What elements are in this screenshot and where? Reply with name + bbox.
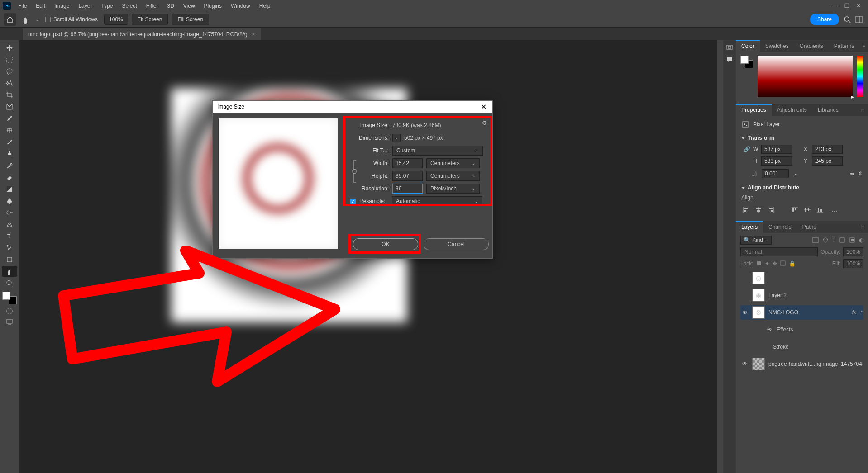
- align-top-icon[interactable]: [791, 206, 798, 216]
- layer-filter-kind-dropdown[interactable]: 🔍Kind⌄: [740, 236, 772, 245]
- x-input[interactable]: 213 px: [812, 145, 843, 154]
- menu-filter[interactable]: Filter: [142, 0, 163, 11]
- maximize-icon[interactable]: ❐: [844, 3, 850, 9]
- tab-layers[interactable]: Layers: [736, 221, 763, 233]
- filter-shape-icon[interactable]: [839, 237, 845, 243]
- move-tool[interactable]: [2, 43, 17, 53]
- align-hcenter-icon[interactable]: [755, 206, 762, 216]
- scroll-all-checkbox[interactable]: [45, 17, 51, 22]
- fill-input[interactable]: 100%: [843, 259, 863, 268]
- layer-name[interactable]: NMC-LOGO: [768, 309, 849, 316]
- height-input[interactable]: 35.07: [392, 171, 423, 181]
- align-more-icon[interactable]: ⋯: [829, 206, 841, 216]
- search-icon[interactable]: [844, 16, 851, 23]
- tab-paths[interactable]: Paths: [797, 221, 822, 233]
- gradient-tool[interactable]: [2, 184, 17, 194]
- healing-tool[interactable]: [2, 125, 17, 136]
- eraser-tool[interactable]: [2, 172, 17, 183]
- dialog-close-icon[interactable]: ✕: [479, 102, 488, 111]
- hue-slider[interactable]: [857, 56, 863, 97]
- lock-move-icon[interactable]: ✥: [773, 260, 777, 267]
- menu-select[interactable]: Select: [117, 0, 141, 11]
- tab-patterns[interactable]: Patterns: [829, 40, 860, 52]
- color-panel-menu-icon[interactable]: ≡: [859, 40, 868, 52]
- filter-toggle-icon[interactable]: ◐: [859, 237, 863, 243]
- w-input[interactable]: 587 px: [761, 145, 792, 154]
- pen-tool[interactable]: [2, 219, 17, 230]
- caret-down-icon[interactable]: [741, 137, 745, 139]
- menu-help[interactable]: Help: [255, 0, 275, 11]
- home-button[interactable]: [4, 13, 16, 26]
- resolution-input[interactable]: 36: [392, 184, 423, 194]
- dimensions-unit-dropdown[interactable]: ⌄: [392, 134, 401, 142]
- dialog-titlebar[interactable]: Image Size ✕: [213, 101, 492, 113]
- align-left-icon[interactable]: [742, 206, 749, 216]
- lasso-tool[interactable]: [2, 66, 17, 77]
- minimize-icon[interactable]: —: [832, 3, 838, 9]
- properties-panel-menu-icon[interactable]: ≡: [857, 104, 868, 116]
- color-fgbg-swatch[interactable]: [740, 56, 753, 68]
- marquee-tool[interactable]: [2, 54, 17, 65]
- menu-edit[interactable]: Edit: [31, 0, 50, 11]
- menu-file[interactable]: File: [14, 0, 31, 11]
- document-tab[interactable]: nmc logo .psd @ 66.7% (pngtree-handwritt…: [23, 28, 261, 40]
- shape-tool[interactable]: [2, 254, 17, 265]
- link-wh-icon[interactable]: 🔗: [743, 146, 750, 153]
- lock-all-icon[interactable]: 🔒: [789, 260, 796, 267]
- wand-tool[interactable]: [2, 78, 17, 89]
- visibility-toggle[interactable]: 👁: [741, 309, 749, 316]
- path-select-tool[interactable]: [2, 242, 17, 253]
- tab-libraries[interactable]: Libraries: [812, 104, 844, 116]
- layer-name[interactable]: Layer 2: [768, 292, 863, 298]
- fg-bg-swatch[interactable]: [2, 292, 17, 304]
- layer-item[interactable]: 👁 ⚙ NMC-LOGO fx ⌃: [740, 305, 863, 320]
- comment-panel-icon[interactable]: [725, 56, 734, 64]
- width-input[interactable]: 35.42: [392, 158, 423, 168]
- height-unit-dropdown[interactable]: Centimeters⌄: [426, 171, 480, 181]
- flip-h-icon[interactable]: ⇔: [850, 170, 854, 177]
- visibility-toggle[interactable]: 👁: [741, 360, 749, 368]
- layers-panel-menu-icon[interactable]: ≡: [857, 221, 868, 233]
- fg-color-swatch[interactable]: [2, 292, 10, 300]
- h-input[interactable]: 583 px: [761, 156, 792, 166]
- caret-down-icon[interactable]: [741, 187, 745, 189]
- fit-screen-button[interactable]: Fit Screen: [132, 14, 168, 25]
- brush-tool[interactable]: [2, 137, 17, 147]
- layer-effect-stroke[interactable]: Stroke: [740, 340, 863, 354]
- type-tool[interactable]: T: [2, 231, 17, 241]
- visibility-toggle[interactable]: [741, 274, 749, 282]
- menu-layer[interactable]: Layer: [74, 0, 96, 11]
- vertical-scrollbar[interactable]: [717, 40, 723, 473]
- fx-badge[interactable]: fx: [852, 309, 856, 316]
- menu-plugins[interactable]: Plugins: [200, 0, 226, 11]
- crop-tool[interactable]: [2, 90, 17, 100]
- align-bottom-icon[interactable]: [816, 206, 824, 216]
- tab-color[interactable]: Color: [736, 40, 760, 52]
- menu-window[interactable]: Window: [226, 0, 255, 11]
- resample-dropdown[interactable]: Automatic⌄: [392, 196, 482, 206]
- eyedropper-tool[interactable]: [2, 113, 17, 124]
- link-aspect-icon[interactable]: [349, 158, 360, 185]
- visibility-toggle[interactable]: 👁: [766, 326, 773, 333]
- filter-adjust-icon[interactable]: [822, 237, 829, 243]
- stamp-tool[interactable]: [2, 148, 17, 159]
- layer-item[interactable]: ◎: [740, 271, 863, 285]
- flip-v-icon[interactable]: ⇕: [858, 170, 863, 177]
- zoom-tool[interactable]: [2, 278, 17, 289]
- blur-tool[interactable]: [2, 195, 17, 206]
- filter-pixel-icon[interactable]: [812, 237, 819, 243]
- lock-pixels-icon[interactable]: [756, 260, 762, 267]
- cancel-button[interactable]: Cancel: [424, 238, 489, 250]
- frame-tool[interactable]: [2, 101, 17, 112]
- align-right-icon[interactable]: [768, 206, 775, 216]
- filter-smart-icon[interactable]: [849, 237, 855, 243]
- fill-screen-button[interactable]: Fill Screen: [172, 14, 209, 25]
- menu-type[interactable]: Type: [96, 0, 117, 11]
- tab-adjustments[interactable]: Adjustments: [772, 104, 812, 116]
- align-vcenter-icon[interactable]: [804, 206, 811, 216]
- menu-view[interactable]: View: [179, 0, 200, 11]
- close-icon[interactable]: ✕: [855, 3, 862, 9]
- width-unit-dropdown[interactable]: Centimeters⌄: [426, 158, 480, 168]
- tab-gradients[interactable]: Gradients: [794, 40, 829, 52]
- opacity-input[interactable]: 100%: [843, 247, 863, 256]
